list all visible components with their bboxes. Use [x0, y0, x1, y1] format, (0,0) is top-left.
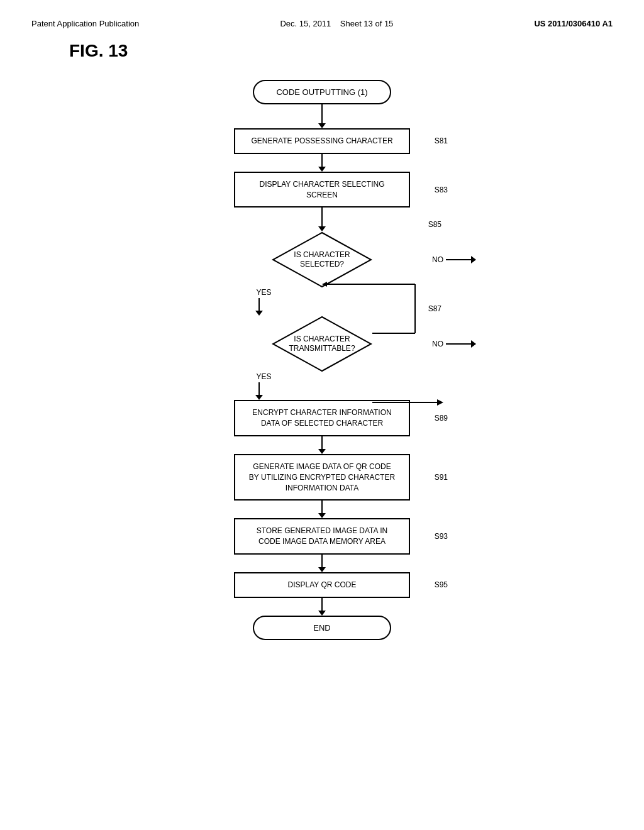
header-sheet: Sheet 13 of 15: [340, 19, 394, 28]
label-s87: S87: [428, 304, 441, 313]
label-s89: S89: [435, 414, 448, 423]
step-s93: STORE GENERATED IMAGE DATA INCODE IMAGE …: [234, 518, 410, 555]
arrow-line: [321, 154, 323, 167]
arrow-line: [321, 208, 323, 226]
step-s81-wrapper: GENERATE POSSESSING CHARACTER S81: [234, 128, 410, 154]
step-s89: ENCRYPT CHARACTER INFORMATIONDATA OF SEL…: [234, 400, 410, 436]
no-arrow-head: [471, 256, 476, 263]
label-s91: S91: [435, 473, 448, 482]
header-right: US 2011/0306410 A1: [534, 19, 613, 28]
arrow-head: [318, 611, 326, 616]
start-node: CODE OUTPUTTING (1): [253, 80, 391, 104]
page: Patent Application Publication Dec. 15, …: [0, 0, 644, 830]
arrow-line: [321, 104, 323, 123]
header-center: Dec. 15, 2011 Sheet 13 of 15: [280, 19, 393, 28]
arrow-head: [255, 395, 263, 400]
step-s91: GENERATE IMAGE DATA OF QR CODEBY UTILIZI…: [234, 454, 410, 501]
step-s95: DISPLAY QR CODE: [234, 572, 410, 598]
end-label: END: [253, 616, 391, 640]
label-s81: S81: [435, 136, 448, 145]
arrow-s95-to-end: [318, 598, 326, 616]
diamond-s85: IS CHARACTERSELECTED?: [272, 231, 372, 288]
arrow-s83-to-s85: [318, 208, 326, 231]
arrow-line: [321, 501, 323, 513]
header: Patent Application Publication Dec. 15, …: [31, 19, 613, 28]
arrow-s93-to-s95: [318, 555, 326, 572]
arrow-head: [318, 449, 326, 454]
no-label-s85: NO: [432, 255, 443, 264]
arrow-head: [318, 123, 326, 128]
arrow-head: [318, 513, 326, 518]
yes-label-s85: YES: [256, 288, 271, 297]
flowchart: CODE OUTPUTTING (1) GENERATE POSSESSING …: [31, 80, 613, 640]
step-s85-container: S85 IS CHARACTERSELECTED? NO: [165, 231, 479, 288]
no-line-h: [446, 259, 471, 260]
arrow-s87-yes: YES: [247, 372, 271, 400]
yes-label-s87: YES: [256, 372, 271, 381]
header-date: Dec. 15, 2011: [280, 19, 331, 28]
arrow-line: [258, 382, 260, 395]
label-s93: S93: [435, 532, 448, 541]
arrow-line: [258, 298, 260, 311]
arrow-start-to-s81: [318, 104, 326, 128]
arrow-head: [255, 311, 263, 316]
fig-title: FIG. 13: [69, 41, 613, 61]
no-branch-s87: NO: [432, 340, 476, 348]
step-s81: GENERATE POSSESSING CHARACTER: [234, 128, 410, 154]
header-left: Patent Application Publication: [31, 19, 139, 28]
arrow-s91-to-s93: [318, 501, 326, 518]
end-node: END: [253, 616, 391, 640]
diamond-s85-text: IS CHARACTERSELECTED?: [294, 250, 350, 270]
label-s83: S83: [435, 185, 448, 194]
step-s93-wrapper: STORE GENERATED IMAGE DATA INCODE IMAGE …: [234, 518, 410, 555]
arrow-line: [321, 598, 323, 611]
no-branch-s85: NO: [432, 255, 476, 264]
step-s89-wrapper: ENCRYPT CHARACTER INFORMATIONDATA OF SEL…: [234, 400, 410, 436]
diamond-s87: IS CHARACTERTRANSMITTABLE?: [272, 316, 372, 372]
diamond-s87-text: IS CHARACTERTRANSMITTABLE?: [289, 335, 355, 354]
no-label-s87: NO: [432, 340, 443, 348]
label-s85: S85: [428, 220, 441, 229]
arrow-line: [321, 555, 323, 567]
arrow-head: [318, 167, 326, 172]
arrow-line: [321, 436, 323, 449]
no-line-h: [446, 343, 471, 345]
step-s91-wrapper: GENERATE IMAGE DATA OF QR CODEBY UTILIZI…: [234, 454, 410, 501]
start-label: CODE OUTPUTTING (1): [253, 80, 391, 104]
step-s83-wrapper: DISPLAY CHARACTER SELECTINGSCREEN S83: [234, 172, 410, 208]
arrow-head: [318, 567, 326, 572]
step-s95-wrapper: DISPLAY QR CODE S95: [234, 572, 410, 598]
arrow-s89-to-s91: [318, 436, 326, 454]
no-arrow-head: [471, 340, 476, 348]
step-s83: DISPLAY CHARACTER SELECTINGSCREEN: [234, 172, 410, 208]
label-s95: S95: [435, 580, 448, 589]
step-s87-container: S87 IS CHARACTERTRANSMITTABLE? NO: [165, 316, 479, 372]
arrow-s85-yes: YES: [247, 288, 271, 316]
arrow-s81-to-s83: [318, 154, 326, 172]
arrow-head: [318, 226, 326, 231]
